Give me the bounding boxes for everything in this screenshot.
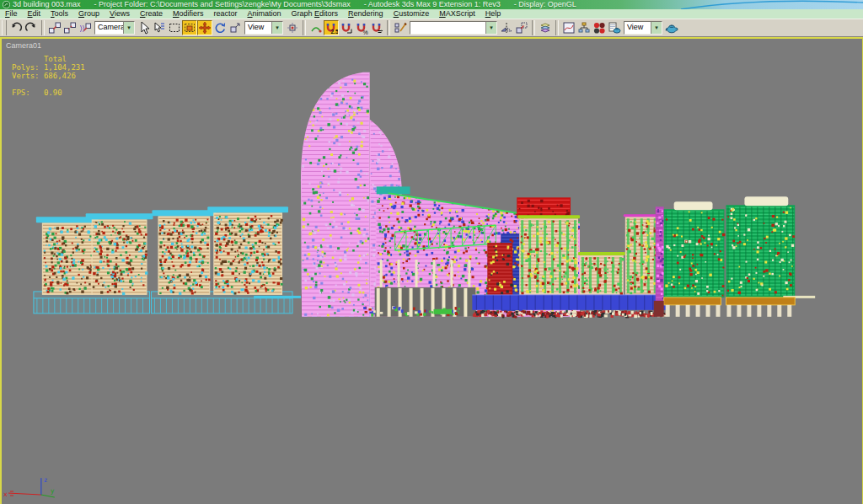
green-car[interactable] bbox=[433, 309, 452, 314]
svg-text:x: x bbox=[3, 491, 8, 498]
menu-customize[interactable]: Customize bbox=[389, 9, 435, 19]
viewport-label[interactable]: Camera01 bbox=[6, 41, 41, 50]
stats-total-line: Total bbox=[12, 55, 67, 63]
magnetP-icon: % bbox=[355, 21, 368, 35]
layer-manager-button[interactable] bbox=[538, 20, 553, 35]
manip-icon bbox=[309, 21, 323, 35]
pink-sail-tower[interactable] bbox=[301, 72, 370, 317]
snaps-toggle-button[interactable]: 2.5 bbox=[324, 20, 339, 35]
teal-roof-strip[interactable] bbox=[377, 186, 410, 194]
green-tower-2[interactable] bbox=[726, 196, 795, 298]
menu-rendering[interactable]: Rendering bbox=[343, 9, 389, 19]
mirror-button[interactable] bbox=[499, 20, 514, 35]
material-editor-button[interactable] bbox=[592, 20, 607, 35]
menu-create[interactable]: Create bbox=[135, 9, 168, 19]
select-and-link-button[interactable] bbox=[47, 20, 62, 35]
menu-help[interactable]: Help bbox=[480, 9, 507, 19]
edit-named-selection-sets-button[interactable] bbox=[393, 20, 408, 35]
left-podium-ledge[interactable] bbox=[254, 296, 303, 298]
named-selection-sets-dropdown[interactable]: ▾ bbox=[410, 21, 497, 35]
menu-reactor[interactable]: reactor bbox=[208, 9, 242, 19]
window-crossing-toggle[interactable] bbox=[182, 20, 197, 35]
orange-podium-2[interactable] bbox=[726, 298, 795, 305]
select-and-rotate-button[interactable] bbox=[212, 20, 228, 35]
blue-podium-band[interactable] bbox=[472, 295, 667, 310]
render-preset-dropdown[interactable]: View▾ bbox=[624, 21, 662, 35]
menu-views[interactable]: Views bbox=[105, 9, 135, 19]
select-and-manipulate-button[interactable] bbox=[308, 20, 324, 35]
orange-podium-1[interactable] bbox=[664, 298, 721, 305]
quick-render-button[interactable] bbox=[664, 20, 679, 35]
menu-group[interactable]: Group bbox=[73, 9, 105, 19]
right-columns-2[interactable] bbox=[726, 305, 791, 317]
maroon-kiosk[interactable] bbox=[654, 301, 664, 317]
mid-tower-a[interactable] bbox=[517, 215, 580, 295]
reference-coordinate-system-dropdown[interactable]: View▾ bbox=[244, 21, 283, 35]
mid-block-b[interactable] bbox=[578, 252, 625, 295]
red-mid-tower[interactable] bbox=[487, 243, 512, 300]
chevron-down-icon[interactable]: ▾ bbox=[271, 22, 282, 34]
menu-modifiers[interactable]: Modifiers bbox=[168, 9, 209, 19]
percent-snap-toggle-button[interactable]: % bbox=[354, 20, 369, 35]
undo-button[interactable] bbox=[8, 20, 24, 35]
render-scene-dialog-button[interactable] bbox=[607, 20, 622, 35]
schematic-view-button[interactable] bbox=[576, 20, 592, 35]
bind-to-space-warp-button[interactable] bbox=[78, 20, 93, 35]
use-pivot-point-center-button[interactable] bbox=[285, 20, 300, 35]
green-tower-1[interactable] bbox=[664, 201, 726, 298]
app-icon bbox=[3, 1, 10, 8]
title-app-name: - Autodesk 3ds Max 9 Extension 1: Rev3 bbox=[364, 0, 501, 9]
camera-viewport[interactable]: xzy Camera01 Total Polys: 1,104,231 Vert… bbox=[0, 37, 863, 504]
render-preset-dropdown-value: View bbox=[624, 22, 651, 34]
toolbar-separator bbox=[555, 20, 559, 35]
redo-button[interactable] bbox=[24, 20, 39, 35]
right-columns-1[interactable] bbox=[666, 305, 721, 317]
spacewarp-icon bbox=[78, 21, 92, 35]
menu-animation[interactable]: Animation bbox=[243, 9, 287, 19]
chevron-down-icon[interactable]: ▾ bbox=[651, 22, 662, 34]
menu-maxscript[interactable]: MAXScript bbox=[434, 9, 480, 19]
chevron-down-icon[interactable]: ▾ bbox=[485, 22, 496, 34]
spinner-snap-toggle-button[interactable] bbox=[369, 20, 384, 35]
svg-text:%: % bbox=[362, 29, 367, 35]
chevron-down-icon[interactable]: ▾ bbox=[123, 22, 134, 34]
scene-canvas[interactable]: xzy bbox=[2, 39, 862, 504]
purple-strip[interactable] bbox=[656, 206, 665, 301]
toolbar-separator bbox=[41, 20, 45, 35]
rectangular-selection-region-button[interactable] bbox=[167, 20, 182, 35]
selection-filter-dropdown[interactable]: Cameras▾ bbox=[94, 21, 135, 35]
select-object-button[interactable] bbox=[137, 20, 152, 35]
stats-polys-line: Polys: 1,104,231 bbox=[12, 63, 85, 72]
curve-editor-button[interactable] bbox=[561, 20, 576, 35]
rotate-icon bbox=[213, 21, 227, 35]
align-icon bbox=[515, 21, 528, 35]
unlink-selection-button[interactable] bbox=[62, 20, 78, 35]
menu-graph-editors[interactable]: Graph Editors bbox=[287, 9, 344, 19]
redo-icon bbox=[24, 21, 38, 35]
menu-tools[interactable]: Tools bbox=[46, 9, 73, 19]
toolbar-drag-handle[interactable] bbox=[2, 20, 7, 35]
main-toolbar: Cameras▾View▾2.5%▾View▾ bbox=[0, 19, 863, 37]
byname-icon bbox=[153, 21, 166, 35]
left-tower-1[interactable] bbox=[36, 217, 99, 295]
matedit-icon bbox=[592, 21, 606, 35]
svg-text:2.5: 2.5 bbox=[330, 29, 338, 35]
title-bar[interactable]: 3d building 003.max - Project Folder: C:… bbox=[0, 0, 863, 9]
left-tower-3[interactable] bbox=[152, 210, 216, 295]
left-tower-2[interactable] bbox=[86, 213, 153, 295]
axis-y-label: y bbox=[51, 487, 55, 495]
select-by-name-button[interactable] bbox=[152, 20, 167, 35]
menu-file[interactable]: File bbox=[0, 9, 23, 19]
svg-text:z: z bbox=[44, 476, 48, 484]
select-and-scale-button[interactable] bbox=[228, 20, 243, 35]
axis-x-label: x bbox=[3, 491, 8, 498]
center-cream-columns[interactable] bbox=[375, 287, 476, 317]
title-filename: 3d building 003.max bbox=[13, 0, 81, 9]
select-and-move-button[interactable] bbox=[197, 20, 212, 35]
left-tower-4[interactable] bbox=[207, 206, 288, 295]
align-button[interactable] bbox=[514, 20, 529, 35]
magnetS-icon bbox=[370, 21, 383, 35]
crossing-icon bbox=[183, 21, 196, 35]
menu-edit[interactable]: Edit bbox=[23, 9, 46, 19]
angle-snap-toggle-button[interactable] bbox=[339, 20, 354, 35]
